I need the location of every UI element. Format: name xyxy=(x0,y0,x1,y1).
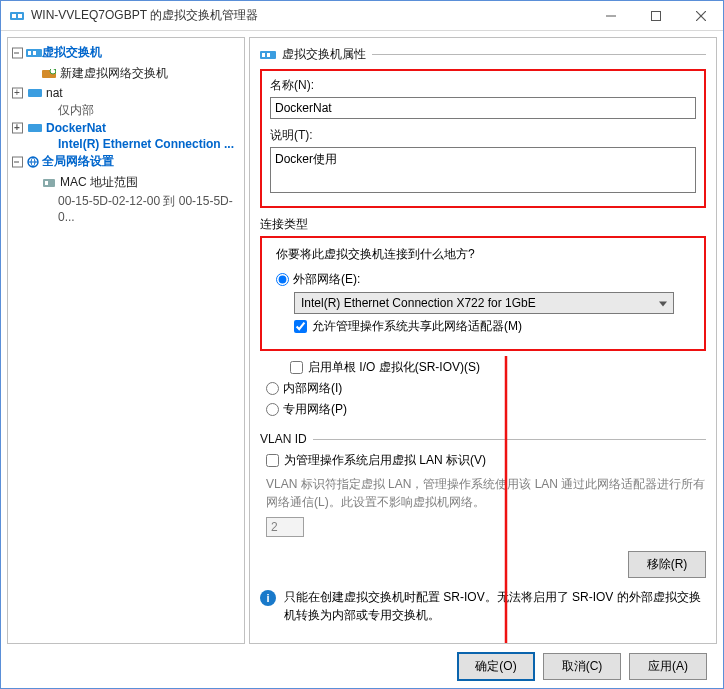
adapter-combo-value: Intel(R) Ethernet Connection X722 for 1G… xyxy=(301,296,536,310)
chk-share-label: 允许管理操作系统共享此网络适配器(M) xyxy=(312,318,522,335)
app-icon xyxy=(9,8,25,24)
svg-rect-20 xyxy=(262,53,265,57)
tree-item-label: nat xyxy=(46,86,63,100)
window-title: WIN-VVLEQ7OGBPT 的虚拟交换机管理器 xyxy=(31,7,588,24)
apply-button[interactable]: 应用(A) xyxy=(629,653,707,680)
titlebar: WIN-VVLEQ7OGBPT 的虚拟交换机管理器 xyxy=(1,1,723,31)
ok-button[interactable]: 确定(O) xyxy=(457,652,535,681)
minimize-button[interactable] xyxy=(588,1,633,30)
radio-private-input[interactable] xyxy=(266,403,279,416)
vlan-hint: VLAN 标识符指定虚拟 LAN，管理操作系统使用该 LAN 通过此网络适配器进… xyxy=(266,475,706,511)
chk-share-adapter[interactable]: 允许管理操作系统共享此网络适配器(M) xyxy=(294,318,696,335)
chk-vlan[interactable]: 为管理操作系统启用虚拟 LAN 标识(V) xyxy=(266,452,706,469)
conn-type-title: 连接类型 xyxy=(260,216,706,233)
radio-internal[interactable]: 内部网络(I) xyxy=(266,380,706,397)
name-input[interactable] xyxy=(270,97,696,119)
panel-title: 虚拟交换机属性 xyxy=(282,46,366,63)
tree-item-new-switch[interactable]: ✦ 新建虚拟网络交换机 xyxy=(8,63,244,84)
chk-vlan-input[interactable] xyxy=(266,454,279,467)
remove-button[interactable]: 移除(R) xyxy=(628,551,706,578)
dialog-footer: 确定(O) 取消(C) 应用(A) xyxy=(1,644,723,688)
desc-label: 说明(T): xyxy=(270,127,696,144)
svg-rect-21 xyxy=(267,53,270,57)
switch-icon xyxy=(28,88,42,98)
tree-sub-mac: 00-15-5D-02-12-00 到 00-15-5D-0... xyxy=(8,193,244,224)
radio-external-label: 外部网络(E): xyxy=(293,271,360,288)
radio-private[interactable]: 专用网络(P) xyxy=(266,401,706,418)
radio-external[interactable]: 外部网络(E): xyxy=(276,271,696,288)
conn-type-highlight: 你要将此虚拟交换机连接到什么地方? 外部网络(E): Intel(R) Ethe… xyxy=(260,236,706,351)
tree-item-label: 新建虚拟网络交换机 xyxy=(60,65,168,82)
tree-sub-dockernat: Intel(R) Ethernet Connection ... xyxy=(8,137,244,151)
switch-icon xyxy=(26,47,42,59)
cancel-button[interactable]: 取消(C) xyxy=(543,653,621,680)
maximize-button[interactable] xyxy=(633,1,678,30)
new-switch-icon: ✦ xyxy=(42,69,56,79)
radio-private-label: 专用网络(P) xyxy=(283,401,347,418)
tree-item-label: MAC 地址范围 xyxy=(60,174,138,191)
svg-text:✦: ✦ xyxy=(51,69,56,76)
svg-rect-9 xyxy=(33,51,36,55)
tree-sub-nat: 仅内部 xyxy=(8,102,244,119)
svg-rect-2 xyxy=(18,14,22,18)
chk-sriov-input[interactable] xyxy=(290,361,303,374)
radio-internal-label: 内部网络(I) xyxy=(283,380,342,397)
chk-sriov-label: 启用单根 I/O 虚拟化(SR-IOV)(S) xyxy=(308,359,480,376)
conn-question: 你要将此虚拟交换机连接到什么地方? xyxy=(276,246,696,263)
switch-icon xyxy=(260,49,276,61)
tree-header-global[interactable]: 全局网络设置 xyxy=(8,151,244,172)
chk-vlan-label: 为管理操作系统启用虚拟 LAN 标识(V) xyxy=(284,452,486,469)
svg-rect-14 xyxy=(28,124,42,132)
chk-share-input[interactable] xyxy=(294,320,307,333)
tree-panel: 虚拟交换机 ✦ 新建虚拟网络交换机 nat 仅内部 DockerNat Inte… xyxy=(7,37,245,644)
svg-rect-18 xyxy=(45,181,48,185)
tree-item-mac-range[interactable]: MAC 地址范围 xyxy=(8,172,244,193)
tree-item-nat[interactable]: nat xyxy=(8,84,244,102)
tree-header-label: 虚拟交换机 xyxy=(42,44,102,61)
info-icon: i xyxy=(260,590,276,606)
vlan-title-row: VLAN ID xyxy=(260,432,706,446)
svg-rect-4 xyxy=(651,11,660,20)
name-label: 名称(N): xyxy=(270,77,696,94)
nic-icon xyxy=(42,178,56,188)
svg-rect-17 xyxy=(43,179,55,187)
chk-sriov[interactable]: 启用单根 I/O 虚拟化(SR-IOV)(S) xyxy=(290,359,706,376)
svg-rect-13 xyxy=(28,89,42,97)
close-button[interactable] xyxy=(678,1,723,30)
name-desc-highlight: 名称(N): 说明(T): xyxy=(260,69,706,208)
tree-header-label: 全局网络设置 xyxy=(42,153,114,170)
tree-header-vswitch[interactable]: 虚拟交换机 xyxy=(8,42,244,63)
window: WIN-VVLEQ7OGBPT 的虚拟交换机管理器 虚拟交换机 ✦ 新建虚拟网络… xyxy=(0,0,724,689)
svg-rect-1 xyxy=(12,14,16,18)
info-row: i 只能在创建虚拟交换机时配置 SR-IOV。无法将启用了 SR-IOV 的外部… xyxy=(260,588,706,624)
vlan-id-spinner: 2 xyxy=(266,517,304,537)
radio-internal-input[interactable] xyxy=(266,382,279,395)
desc-textarea[interactable] xyxy=(270,147,696,193)
vlan-title: VLAN ID xyxy=(260,432,307,446)
radio-external-input[interactable] xyxy=(276,273,289,286)
svg-rect-8 xyxy=(28,51,31,55)
switch-icon xyxy=(28,123,42,133)
properties-panel: 虚拟交换机属性 名称(N): 说明(T): 连接类型 你要将此虚拟交换机连接到什… xyxy=(249,37,717,644)
globe-icon xyxy=(26,156,42,168)
info-text: 只能在创建虚拟交换机时配置 SR-IOV。无法将启用了 SR-IOV 的外部虚拟… xyxy=(284,588,706,624)
panel-title-row: 虚拟交换机属性 xyxy=(260,46,706,63)
tree-item-label: DockerNat xyxy=(46,121,106,135)
tree-item-dockernat[interactable]: DockerNat xyxy=(8,119,244,137)
adapter-combo[interactable]: Intel(R) Ethernet Connection X722 for 1G… xyxy=(294,292,674,314)
